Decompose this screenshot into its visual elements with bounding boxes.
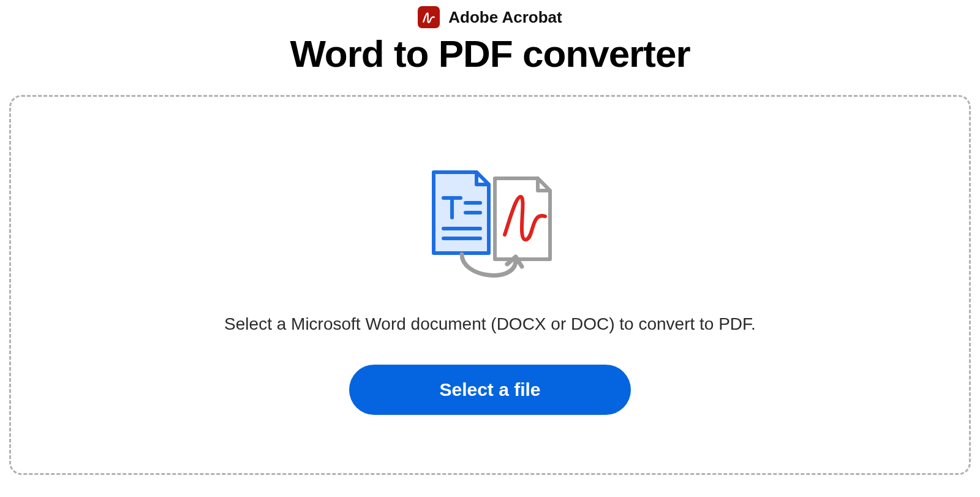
acrobat-logo-icon	[418, 6, 440, 28]
app-name: Adobe Acrobat	[448, 8, 562, 27]
header: Adobe Acrobat	[0, 0, 980, 28]
word-to-pdf-illustration-icon	[423, 167, 557, 290]
file-dropzone[interactable]: Select a Microsoft Word document (DOCX o…	[9, 95, 971, 475]
page-title: Word to PDF converter	[0, 32, 980, 75]
instruction-text: Select a Microsoft Word document (DOCX o…	[224, 314, 756, 334]
select-file-button[interactable]: Select a file	[349, 365, 631, 415]
